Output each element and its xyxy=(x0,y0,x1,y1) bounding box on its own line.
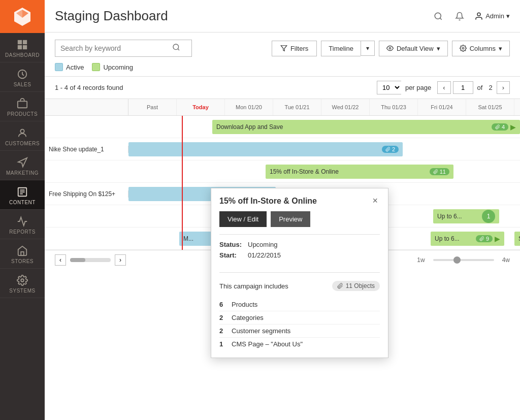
timeline-button[interactable]: Timeline xyxy=(321,41,361,56)
sidebar: DASHBOARD SALES PRODUCTS CUSTOMERS MARKE… xyxy=(0,0,45,420)
svg-rect-14 xyxy=(21,252,24,255)
scroll-left-button[interactable]: ‹ xyxy=(55,254,66,266)
notifications-button[interactable] xyxy=(453,10,466,23)
sidebar-item-marketing[interactable]: MARKETING xyxy=(0,151,45,180)
toolbar-top: Filters Timeline ▾ Default View ▾ Column… xyxy=(55,40,510,57)
toolbar: Filters Timeline ▾ Default View ▾ Column… xyxy=(45,33,520,77)
per-page-select[interactable]: 10 20 50 xyxy=(377,81,401,94)
prev-page-button[interactable]: ‹ xyxy=(437,81,450,94)
search-input[interactable] xyxy=(60,44,172,52)
scroll-thumb[interactable] xyxy=(70,258,85,262)
search-submit-button[interactable] xyxy=(172,43,180,53)
campaign-popup: 15% off In-Store & Online × View / Edit … xyxy=(211,188,388,358)
pagination: 10 20 50 per page ‹ of 2 › xyxy=(377,81,510,94)
popup-start-value: 01/22/2015 xyxy=(248,251,281,259)
campaign-bar-signup[interactable]: Sign-up a... 4 ▶ xyxy=(514,232,520,246)
obj-name: Customer segments xyxy=(232,327,290,335)
timeline-col-sat2: Sat 01/26 xyxy=(514,99,520,115)
sidebar-item-content[interactable]: CONTENT xyxy=(0,180,45,210)
toolbar-right: Filters Timeline ▾ Default View ▾ Column… xyxy=(272,41,510,56)
filters-button[interactable]: Filters xyxy=(272,41,317,56)
zoom-track[interactable] xyxy=(433,259,494,261)
magento-logo xyxy=(12,7,32,27)
sidebar-item-reports[interactable]: REPORTS xyxy=(0,210,45,239)
campaign-bar-up[interactable]: Up to 6... 1 xyxy=(433,209,499,223)
sidebar-item-systems[interactable]: SYSTEMS xyxy=(0,269,45,298)
logo[interactable] xyxy=(0,0,45,33)
scroll-track[interactable] xyxy=(70,258,111,262)
popup-campaign-label: This campaign includes xyxy=(219,282,288,290)
obj-name: Categories xyxy=(232,314,264,321)
table-row: Download App and Save 4 ▶ xyxy=(45,116,520,138)
today-line xyxy=(182,116,183,250)
next-page-button[interactable]: › xyxy=(497,81,510,94)
scroll-right-button[interactable]: › xyxy=(115,254,126,266)
timeline-dropdown-button[interactable]: ▾ xyxy=(361,41,375,56)
preview-button[interactable]: Preview xyxy=(271,211,310,227)
sidebar-label-content: CONTENT xyxy=(9,200,36,205)
reports-icon xyxy=(17,216,28,227)
obj-count: 1 xyxy=(219,340,232,348)
columns-chevron: ▾ xyxy=(499,45,502,52)
zoom-label-1w: 1w xyxy=(417,256,425,264)
row-content: 15% off In-Store & Online 11 xyxy=(128,160,520,183)
page-number-input[interactable] xyxy=(453,81,473,94)
obj-name: Products xyxy=(232,301,257,308)
legend-active: Active xyxy=(55,63,84,71)
active-color-swatch xyxy=(55,63,63,71)
search-box[interactable] xyxy=(55,40,192,57)
bar-badge: 2 xyxy=(382,146,399,153)
row-content: Download App and Save 4 ▶ xyxy=(128,116,520,138)
row-content: 2 xyxy=(128,138,520,160)
scroll-bar-area: ‹ › xyxy=(55,254,126,266)
timeline-col-wed: Wed 01/22 xyxy=(321,99,370,115)
search-button[interactable] xyxy=(432,10,445,23)
svg-marker-21 xyxy=(281,46,287,51)
legend-upcoming: Upcoming xyxy=(92,63,133,71)
campaign-bar[interactable]: 2 xyxy=(128,142,403,156)
stores-icon xyxy=(17,245,28,256)
bar-label: Up to 6... xyxy=(435,235,460,242)
list-item: 2 Categories xyxy=(219,311,380,325)
campaign-bar-15off[interactable]: 15% off In-Store & Online 11 xyxy=(266,165,453,179)
sidebar-item-customers[interactable]: CUSTOMERS xyxy=(0,121,45,151)
popup-status-row: Status: Upcoming xyxy=(219,241,380,248)
svg-point-23 xyxy=(462,47,464,49)
page-total: 2 xyxy=(489,84,492,91)
sidebar-item-dashboard[interactable]: DASHBOARD xyxy=(0,33,45,62)
columns-button[interactable]: Columns ▾ xyxy=(452,41,510,56)
sidebar-item-products[interactable]: PRODUCTS xyxy=(0,92,45,121)
bar-arrow: ▶ xyxy=(510,123,516,131)
default-view-label: Default View xyxy=(397,45,434,52)
admin-menu-button[interactable]: Admin ▾ xyxy=(474,12,510,21)
bell-icon xyxy=(455,12,464,21)
list-item: 2 Customer segments xyxy=(219,325,380,338)
sidebar-label-systems: SYSTEMS xyxy=(9,288,35,294)
zoom-thumb[interactable] xyxy=(453,256,461,264)
page-header: Staging Dashboard Admin ▾ xyxy=(45,0,520,33)
view-edit-button[interactable]: View / Edit xyxy=(219,211,267,227)
obj-name: CMS Page – "About Us" xyxy=(232,340,303,348)
sidebar-item-sales[interactable]: SALES xyxy=(0,62,45,92)
user-icon xyxy=(474,12,483,21)
campaign-bar-upto[interactable]: Up to 6... 9 ▶ xyxy=(431,232,504,246)
timeline-group: Timeline ▾ xyxy=(321,41,375,56)
sidebar-item-stores[interactable]: STORES xyxy=(0,239,45,269)
bar-badge: 9 xyxy=(476,235,493,242)
search-icon xyxy=(434,12,443,21)
default-view-button[interactable]: Default View ▾ xyxy=(379,41,448,56)
campaign-bar[interactable]: Download App and Save 4 ▶ xyxy=(212,120,520,134)
dashboard-icon xyxy=(17,39,28,50)
bar-badge: 11 xyxy=(430,168,449,175)
paperclip-icon xyxy=(337,283,343,289)
table-row: Nike Shoe update_1 2 xyxy=(45,138,520,160)
timeline-col-today: Today xyxy=(177,99,225,115)
obj-count: 2 xyxy=(219,327,232,335)
popup-close-button[interactable]: × xyxy=(370,196,380,206)
popup-divider-2 xyxy=(219,272,380,273)
timeline-col-mon: Mon 01/20 xyxy=(225,99,273,115)
filters-label: Filters xyxy=(290,45,308,52)
page-title: Staging Dashboard xyxy=(55,8,168,24)
list-item: 1 CMS Page – "About Us" xyxy=(219,338,380,350)
list-item: 6 Products xyxy=(219,298,380,311)
